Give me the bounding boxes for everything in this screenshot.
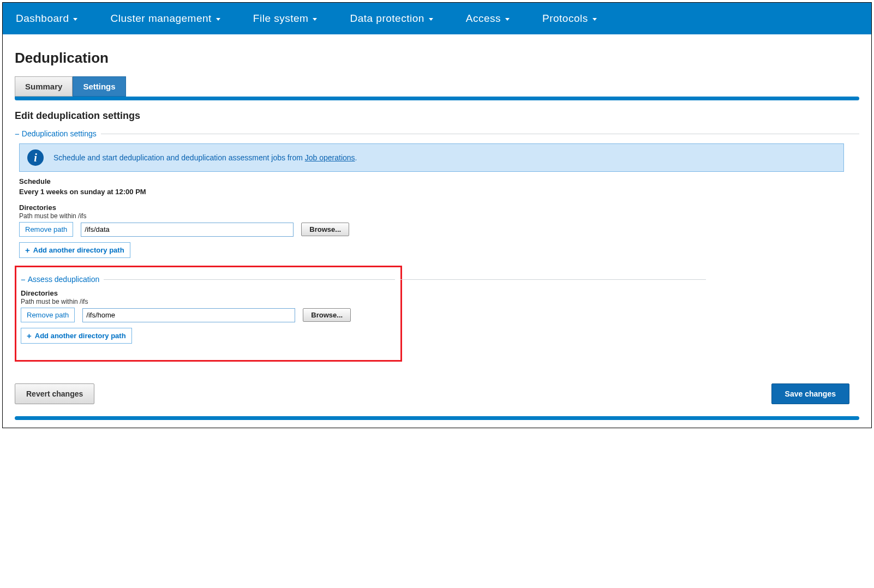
divider [104,279,395,280]
nav-access-label: Access [466,13,501,25]
dedup-remove-path-label: Remove path [25,225,67,233]
tab-settings-label: Settings [83,82,115,91]
dedup-add-path-label: Add another directory path [33,246,124,254]
nav-dashboard[interactable]: Dashboard [16,13,77,25]
nav-file-system[interactable]: File system [253,13,318,25]
dedup-path-row: Remove path Browse... [19,222,859,237]
assess-remove-path-label: Remove path [27,311,69,319]
assess-browse-button[interactable]: Browse... [303,308,351,322]
info-link-job-operations[interactable]: Job operations [305,153,355,162]
collapse-icon: − [21,275,26,284]
divider [101,134,859,134]
collapse-icon: − [15,130,20,138]
plus-icon: + [27,331,32,340]
chevron-down-icon [592,18,597,21]
dedup-settings-legend: Deduplication settings [22,129,97,138]
assess-header[interactable]: − Assess deduplication [21,275,395,284]
nav-dashboard-label: Dashboard [16,13,69,25]
dedup-remove-path-button[interactable]: Remove path [19,222,73,237]
divider [400,279,706,280]
tab-settings[interactable]: Settings [73,76,125,97]
info-suffix: . [355,153,357,162]
tabs: Summary Settings [15,76,859,97]
assess-browse-label: Browse... [311,311,343,319]
assess-highlight: − Assess deduplication Directories Path … [15,266,402,362]
dedup-directories-label: Directories [19,203,859,212]
assess-directories-hint: Path must be within /ifs [21,298,395,305]
info-box: i Schedule and start deduplication and d… [19,143,844,172]
revert-changes-label: Revert changes [26,389,83,398]
chevron-down-icon [429,18,433,21]
assess-legend: Assess deduplication [28,275,100,284]
tab-summary-label: Summary [25,82,62,91]
tab-summary[interactable]: Summary [15,76,73,97]
dedup-browse-label: Browse... [309,225,341,233]
nav-cluster-management-label: Cluster management [110,13,211,25]
revert-changes-button[interactable]: Revert changes [15,383,94,404]
tabs-rule [15,97,859,100]
nav-cluster-management[interactable]: Cluster management [110,13,220,25]
info-text: Schedule and start deduplication and ded… [53,153,357,162]
assess-add-path-button[interactable]: + Add another directory path [21,328,132,344]
bottom-rule [15,416,859,420]
plus-icon: + [25,245,30,255]
nav-protocols[interactable]: Protocols [542,13,597,25]
assess-path-input[interactable] [82,308,295,322]
section-title: Edit deduplication settings [15,110,859,122]
info-prefix: Schedule and start deduplication and ded… [53,153,305,162]
chevron-down-icon [73,18,77,21]
nav-access[interactable]: Access [466,13,510,25]
save-changes-button[interactable]: Save changes [771,383,849,404]
dedup-browse-button[interactable]: Browse... [301,223,349,236]
top-nav: Dashboard Cluster management File system… [3,3,871,34]
page-title: Deduplication [15,50,859,67]
assess-add-path-label: Add another directory path [35,332,126,340]
chevron-down-icon [216,18,220,21]
schedule-label: Schedule [19,177,859,185]
dedup-path-input[interactable] [81,223,294,237]
footer-actions: Revert changes Save changes [15,383,859,413]
save-changes-label: Save changes [785,389,836,398]
nav-protocols-label: Protocols [542,13,588,25]
dedup-add-path-button[interactable]: + Add another directory path [19,242,130,258]
info-icon: i [27,149,44,166]
dedup-settings-header[interactable]: − Deduplication settings [15,129,859,138]
nav-data-protection-label: Data protection [350,13,424,25]
nav-file-system-label: File system [253,13,309,25]
chevron-down-icon [505,18,510,21]
nav-data-protection[interactable]: Data protection [350,13,433,25]
assess-directories-label: Directories [21,289,395,297]
assess-remove-path-button[interactable]: Remove path [21,308,75,322]
dedup-directories-hint: Path must be within /ifs [19,212,859,220]
assess-path-row: Remove path Browse... [21,308,395,322]
chevron-down-icon [313,18,317,21]
schedule-value: Every 1 weeks on sunday at 12:00 PM [19,188,859,196]
